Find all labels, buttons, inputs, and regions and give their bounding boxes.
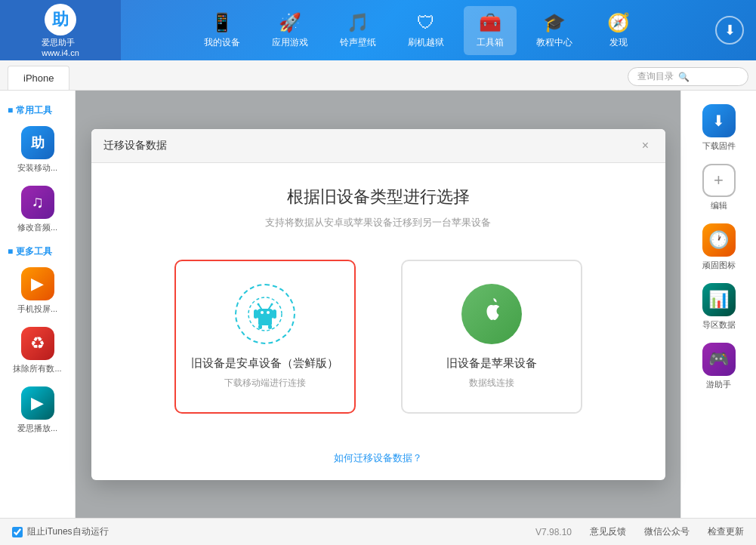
audio-label: 修改音频...	[17, 222, 57, 233]
right-sidebar: ⬇ 下载固件 + 编辑 🕐 顽固图标 📊 导区数据 🎮 游助手	[680, 91, 756, 518]
modal-dialog: 迁移设备数据 × 根据旧设备类型进行选择 支持将数据从安卓或苹果设备迁移到另一台…	[91, 129, 665, 480]
nav-item-jailbreak[interactable]: 🛡 刷机越狱	[396, 6, 456, 55]
game-helper-label: 游助手	[706, 379, 731, 390]
modal-title: 迁移设备数据	[103, 139, 167, 152]
option-android[interactable]: 旧设备是安卓设备（尝鲜版） 下载移动端进行连接	[174, 260, 356, 414]
sidebar-item-game-helper[interactable]: 🎮 游助手	[681, 337, 756, 396]
add-label: 编辑	[711, 200, 727, 211]
feedback-link[interactable]: 意见反馈	[590, 525, 626, 538]
sidebar-item-audio[interactable]: ♫ 修改音频...	[0, 180, 75, 239]
modal-options: 旧设备是安卓设备（尝鲜版） 下载移动端进行连接 旧设备是苹果设备 数据线	[122, 260, 635, 414]
status-bar: 阻止iTunes自动运行 V7.98.10 意见反馈 微信公众号 检查更新	[0, 518, 756, 545]
svg-rect-2	[258, 318, 272, 325]
status-right: V7.98.10 意见反馈 微信公众号 检查更新	[535, 525, 744, 538]
clock-icon: 🕐	[702, 223, 736, 257]
update-button[interactable]: 检查更新	[708, 525, 744, 538]
screen-cast-icon: ▶	[21, 267, 54, 300]
screen-cast-label: 手机投屏...	[17, 303, 57, 315]
modal-subtitle: 支持将数据从安卓或苹果设备迁移到另一台苹果设备	[265, 216, 491, 229]
nav-item-toolbox[interactable]: 🧰 工具箱	[464, 6, 517, 55]
ringtones-icon: 🎵	[347, 12, 369, 33]
player-label: 爱思播放...	[17, 423, 57, 434]
sidebar-item-firmware[interactable]: ⬇ 下载固件	[681, 98, 756, 158]
discover-icon: 🧭	[607, 12, 630, 33]
apps-games-label: 应用游戏	[272, 36, 308, 49]
svg-point-12	[270, 303, 273, 305]
toolbox-icon: 🧰	[479, 12, 501, 33]
erase-label: 抹除所有数...	[13, 363, 61, 374]
tutorial-label: 教程中心	[536, 36, 572, 49]
section-title-common: ■ 常用工具	[0, 98, 75, 120]
svg-rect-3	[254, 309, 258, 319]
svg-rect-4	[273, 309, 276, 319]
version-label: V7.98.10	[535, 527, 572, 537]
modal-header: 迁移设备数据 ×	[91, 129, 665, 163]
export-data-label: 导区数据	[702, 319, 736, 331]
search-area: 查询目录 🔍	[628, 67, 748, 86]
game-helper-icon: 🎮	[702, 343, 736, 376]
device-bar: iPhone 查询目录 🔍	[0, 60, 756, 91]
svg-point-7	[261, 311, 264, 314]
install-label: 安装移动...	[17, 162, 57, 174]
nav-right: ⬇	[715, 16, 756, 45]
firmware-icon: ⬇	[702, 104, 736, 137]
search-icon[interactable]: 🔍	[678, 72, 690, 82]
search-box[interactable]: 查询目录 🔍	[628, 67, 748, 86]
export-data-icon: 📊	[702, 283, 736, 316]
tutorial-icon: 🎓	[543, 12, 566, 33]
svg-rect-5	[258, 325, 262, 329]
itunes-label: 阻止iTunes自动运行	[27, 525, 109, 538]
sidebar-item-add[interactable]: + 编辑	[681, 158, 756, 217]
modal-body: 根据旧设备类型进行选择 支持将数据从安卓或苹果设备迁移到另一台苹果设备	[91, 163, 665, 444]
modal-close-button[interactable]: ×	[638, 138, 653, 153]
nav-item-ringtones[interactable]: 🎵 铃声壁纸	[328, 6, 388, 55]
svg-rect-1	[257, 309, 273, 319]
stubborn-icon-label: 顽固图标	[702, 260, 736, 271]
erase-icon: ♻	[21, 327, 54, 360]
install-icon: 助	[21, 126, 54, 159]
itunes-checkbox[interactable]	[12, 527, 23, 537]
left-sidebar: ■ 常用工具 助 安装移动... ♫ 修改音频... ■ 更多工具 ▶ 手机投屏…	[0, 91, 76, 518]
logo-icon: 助	[45, 4, 76, 35]
svg-rect-6	[268, 325, 272, 329]
section-title-more: ■ 更多工具	[0, 239, 75, 261]
help-link[interactable]: 如何迁移设备数据？	[334, 451, 422, 465]
option-apple[interactable]: 旧设备是苹果设备 数据线连接	[401, 260, 582, 414]
top-navigation: 助 爱思助手www.i4.cn 📱 我的设备 🚀 应用游戏 🎵 铃声壁纸 🛡 刷…	[0, 0, 756, 60]
logo-text: 爱思助手www.i4.cn	[42, 37, 79, 57]
modal-main-title: 根据旧设备类型进行选择	[287, 186, 470, 208]
nav-item-my-device[interactable]: 📱 我的设备	[192, 6, 252, 55]
ringtones-label: 铃声壁纸	[340, 36, 376, 49]
svg-point-8	[267, 311, 270, 314]
jailbreak-label: 刷机越狱	[408, 36, 444, 49]
apple-option-subtitle: 数据线连接	[469, 377, 514, 390]
wechat-link[interactable]: 微信公众号	[644, 525, 690, 538]
sidebar-item-erase[interactable]: ♻ 抹除所有数...	[0, 321, 75, 380]
sidebar-item-stubborn-icon[interactable]: 🕐 顽固图标	[681, 217, 756, 277]
download-button[interactable]: ⬇	[715, 16, 744, 45]
nav-item-tutorial[interactable]: 🎓 教程中心	[524, 6, 585, 55]
sidebar-item-install[interactable]: 助 安装移动...	[0, 120, 75, 180]
modal-overlay: 迁移设备数据 × 根据旧设备类型进行选择 支持将数据从安卓或苹果设备迁移到另一台…	[76, 91, 680, 518]
toolbox-label: 工具箱	[477, 36, 504, 49]
sidebar-item-export-data[interactable]: 📊 导区数据	[681, 277, 756, 337]
audio-icon: ♫	[21, 186, 54, 219]
android-device-icon	[235, 284, 295, 344]
firmware-label: 下载固件	[702, 140, 736, 152]
my-device-icon: 📱	[211, 12, 233, 33]
modal-footer: 如何迁移设备数据？	[91, 444, 665, 480]
device-tab-iphone[interactable]: iPhone	[8, 66, 69, 90]
my-device-label: 我的设备	[204, 36, 240, 49]
center-content: 迁移设备数据 × 根据旧设备类型进行选择 支持将数据从安卓或苹果设备迁移到另一台…	[76, 91, 680, 518]
sidebar-item-screen-cast[interactable]: ▶ 手机投屏...	[0, 261, 75, 321]
android-option-title: 旧设备是安卓设备（尝鲜版）	[191, 356, 338, 371]
nav-item-discover[interactable]: 🧭 发现	[592, 6, 645, 55]
jailbreak-icon: 🛡	[417, 12, 435, 33]
nav-items: 📱 我的设备 🚀 应用游戏 🎵 铃声壁纸 🛡 刷机越狱 🧰 工具箱 🎓 教程中心…	[121, 6, 715, 55]
add-icon: +	[702, 164, 736, 197]
nav-item-apps-games[interactable]: 🚀 应用游戏	[260, 6, 320, 55]
apple-device-icon	[461, 284, 522, 344]
player-icon: ▶	[21, 386, 54, 420]
svg-point-10	[257, 303, 259, 305]
sidebar-item-player[interactable]: ▶ 爱思播放...	[0, 380, 75, 440]
